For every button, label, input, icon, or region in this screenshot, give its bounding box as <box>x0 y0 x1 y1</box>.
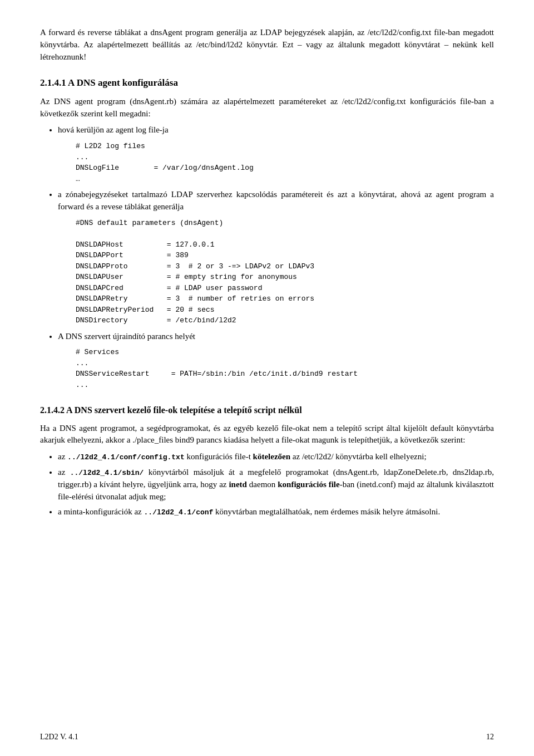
code-block-2: #DNS default parameters (dnsAgent) DNSLD… <box>76 218 494 326</box>
bullet-1-text: hová kerüljön az agent log file-ja <box>58 125 169 134</box>
sec242-b2-bold1: inetd <box>229 480 247 489</box>
section-242-para1: Ha a DNS agent programot, a segédprogram… <box>40 423 494 447</box>
section-214-title: 2.1.4.1 A DNS agent konfigurálása <box>40 76 494 90</box>
bullet-3-text: A DNS szervert újraindító parancs helyét <box>58 332 195 341</box>
bullet-2-text: a zónabejegyzéseket tartalmazó LDAP szer… <box>58 190 494 211</box>
bullet-item-1: hová kerüljön az agent log file-ja # L2D… <box>58 124 494 184</box>
sec242-b2-path: ../l2d2_4.1/sbin/ <box>70 469 144 477</box>
sec242-b1-path: ../l2d2_4.1/conf/config.txt <box>67 453 185 462</box>
sec242-b1-prefix: az <box>58 452 67 461</box>
section-214-bullet-list: hová kerüljön az agent log file-ja # L2D… <box>58 124 494 390</box>
section-242-bullet-3: a minta-konfigurációk az ../l2d2_4.1/con… <box>58 506 494 518</box>
sec242-b1-middle: konfigurációs file-t <box>185 452 253 461</box>
sec242-b3-suffix: könyvtárban megtalálhatóak, nem érdemes … <box>213 507 440 516</box>
sec242-b1-suffix: az /etc/l2d2/ könyvtárba kell elhelyezni… <box>290 452 427 461</box>
code-block-3: # Services ... DNSServiceRestart = PATH=… <box>76 347 494 390</box>
sec242-b2-bold2: konfigurációs file <box>278 480 339 489</box>
sec242-b1-bold: kötelezően <box>253 452 290 461</box>
section-214-para1: Az DNS agent program (dnsAgent.rb) számá… <box>40 96 494 120</box>
intro-paragraph: A forward és reverse táblákat a dnsAgent… <box>40 27 494 63</box>
section-242-bullet-list: az ../l2d2_4.1/conf/config.txt konfigurá… <box>58 451 494 518</box>
sec242-b2-middle2: daemon <box>247 480 278 489</box>
sec242-b2-prefix: az <box>58 468 70 477</box>
code-block-1: # L2D2 log files ... DNSLogFile = /var/l… <box>76 141 494 184</box>
section-242-bullet-2: az ../l2d2_4.1/sbin/ könyvtárból másolju… <box>58 467 494 503</box>
footer: L2D2 V. 4.1 12 <box>0 732 534 743</box>
section-242-bullet-1: az ../l2d2_4.1/conf/config.txt konfigurá… <box>58 451 494 463</box>
section-242-title: 2.1.4.2 A DNS szervert kezelő file-ok te… <box>40 404 494 416</box>
footer-right: 12 <box>486 732 494 743</box>
sec242-b3-prefix: a minta-konfigurációk az <box>58 507 144 516</box>
footer-left: L2D2 V. 4.1 <box>40 732 78 743</box>
bullet-item-2: a zónabejegyzéseket tartalmazó LDAP szer… <box>58 189 494 326</box>
sec242-b3-path: ../l2d2_4.1/conf <box>144 508 214 517</box>
bullet-item-3: A DNS szervert újraindító parancs helyét… <box>58 331 494 391</box>
